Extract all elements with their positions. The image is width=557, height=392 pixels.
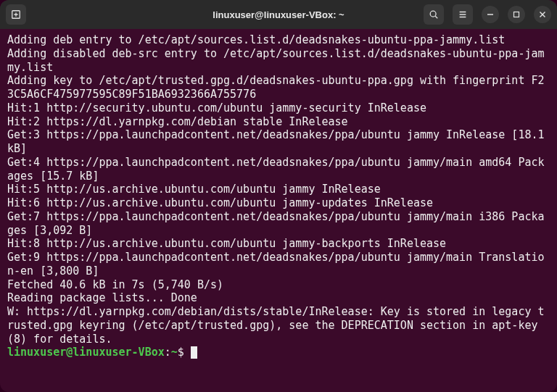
minimize-button[interactable] [482,6,499,23]
output-line: Adding disabled deb-src entry to /etc/ap… [7,47,545,74]
maximize-button[interactable] [508,6,525,23]
output-line: Reading package lists... Done [7,291,197,304]
output-line: Adding deb entry to /etc/apt/sources.lis… [7,33,505,46]
output-line: Hit:5 http://us.archive.ubuntu.com/ubunt… [7,183,381,196]
prompt-colon: : [165,346,171,359]
output-line: Hit:2 https://dl.yarnpkg.com/debian stab… [7,115,348,128]
output-line: Get:9 https://ppa.launchpadcontent.net/d… [7,251,545,278]
cursor-icon [191,346,197,359]
output-line: Get:3 https://ppa.launchpadcontent.net/d… [7,128,551,155]
output-line: Get:7 https://ppa.launchpadcontent.net/d… [7,210,545,237]
new-tab-button[interactable] [6,4,26,25]
prompt-user: linuxuser@linuxuser-VBox [7,346,165,359]
prompt-dollar: $ [178,346,184,359]
prompt-path: ~ [171,346,178,359]
titlebar: linuxuser@linuxuser-VBox: ~ [0,0,557,29]
titlebar-right [421,4,551,25]
close-button[interactable] [534,6,551,23]
output-line: Fetched 40.6 kB in 7s (5,740 B/s) [7,278,223,291]
output-line: Hit:8 http://us.archive.ubuntu.com/ubunt… [7,237,446,250]
window-title: linuxuser@linuxuser-VBox: ~ [136,9,421,20]
menu-button[interactable] [453,4,473,25]
output-line: W: https://dl.yarnpkg.com/debian/dists/s… [7,305,545,346]
terminal-window: linuxuser@linuxuser-VBox: ~ [0,0,557,392]
output-line: Hit:6 http://us.archive.ubuntu.com/ubunt… [7,196,433,209]
terminal-output[interactable]: Adding deb entry to /etc/apt/sources.lis… [0,29,557,392]
svg-rect-9 [514,12,519,17]
search-button[interactable] [424,4,444,25]
svg-line-4 [435,16,437,18]
output-line: Adding key to /etc/apt/trusted.gpg.d/dea… [7,74,545,101]
titlebar-left [6,4,136,25]
output-line: Get:4 https://ppa.launchpadcontent.net/d… [7,156,545,183]
output-line: Hit:1 http://security.ubuntu.com/ubuntu … [7,101,426,114]
svg-point-3 [430,11,436,17]
